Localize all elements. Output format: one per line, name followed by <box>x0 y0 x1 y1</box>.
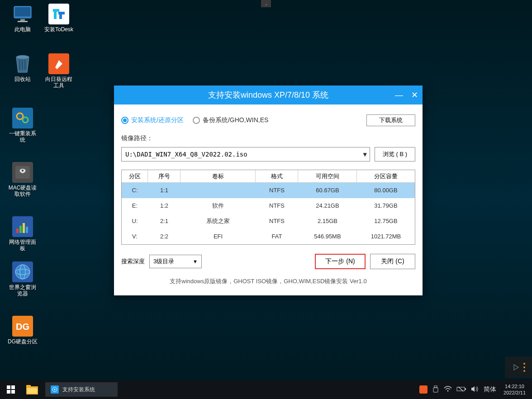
th-total[interactable]: 分区容量 <box>357 170 415 182</box>
speaker-icon[interactable] <box>471 385 479 394</box>
svg-rect-21 <box>7 385 10 389</box>
svg-rect-15 <box>26 227 28 233</box>
table-row[interactable]: U:2:1系统之家NTFS2.15GB12.75GB <box>122 214 415 229</box>
chevron-down-icon: ▼ <box>193 259 198 264</box>
desktop-icon-label: 此电脑 <box>7 26 38 33</box>
svg-rect-2 <box>20 19 25 21</box>
svg-rect-1 <box>15 7 30 16</box>
taskbar-app-label: 支持安装系统 <box>62 386 95 394</box>
svg-rect-22 <box>11 385 15 389</box>
table-row[interactable]: E:1:2软件NTFS24.21GB31.79GB <box>122 198 415 214</box>
table-header: 分区 序号 卷标 格式 可用空间 分区容量 <box>122 170 415 183</box>
tray-widget[interactable] <box>505 356 532 378</box>
radio-backup[interactable]: 备份系统/GHO,WIN,ES <box>193 116 268 124</box>
desktop-icon-onekey[interactable]: 一键重装系统 <box>7 108 38 143</box>
cell-num: 2:1 <box>148 214 180 229</box>
th-partition[interactable]: 分区 <box>122 170 148 182</box>
svg-point-8 <box>17 113 23 119</box>
radio-install[interactable]: 安装系统/还原分区 <box>121 116 184 124</box>
desktop-icon-netmgr[interactable]: 网络管理面板 <box>7 216 38 252</box>
onekey-icon <box>12 108 33 128</box>
th-label[interactable]: 卷标 <box>180 170 256 182</box>
cell-num: 1:2 <box>148 198 180 214</box>
cell-drive: C: <box>122 183 148 198</box>
desktop-icon-this-pc[interactable]: 此电脑 <box>7 4 38 33</box>
svg-rect-23 <box>7 390 10 394</box>
desktop-icon-browser[interactable]: 世界之窗浏览器 <box>7 261 38 297</box>
radio-unchecked-icon <box>193 117 200 124</box>
browse-button[interactable]: 浏览 ( B ) <box>375 147 415 162</box>
explorer-button[interactable] <box>22 380 43 399</box>
ime-indicator[interactable]: 简体 <box>484 385 496 394</box>
cell-num: 2:2 <box>148 229 180 244</box>
cancel-button[interactable]: 关闭 (C) <box>370 254 415 269</box>
svg-point-11 <box>22 170 24 171</box>
taskbar-app-installer[interactable]: 支持安装系统 <box>45 382 118 397</box>
svg-rect-5 <box>19 60 20 70</box>
dialog-title: 支持安装windows XP/7/8/10 系统 <box>208 90 328 100</box>
svg-rect-34 <box>465 388 466 390</box>
cell-total: 1021.72MB <box>357 229 415 244</box>
search-depth-label: 搜索深度 <box>121 257 145 266</box>
svg-rect-13 <box>19 226 22 233</box>
cell-total: 31.79GB <box>357 198 415 214</box>
search-depth-select[interactable]: 3级目录 ▼ <box>149 255 202 268</box>
desktop-icon-sunflower[interactable]: 向日葵远程工具 <box>43 53 75 89</box>
svg-point-32 <box>447 390 449 391</box>
cell-total: 80.00GB <box>357 183 415 198</box>
desktop-icon-mac-disk[interactable]: MAC硬盘读取软件 <box>7 162 38 197</box>
desktop-icon-todesk[interactable]: 安装ToDesk <box>43 4 75 33</box>
svg-point-4 <box>16 55 29 59</box>
svg-rect-30 <box>434 386 437 388</box>
minimize-button[interactable]: — <box>394 90 404 100</box>
desktop-icon-label: DG硬盘分区 <box>7 338 38 345</box>
desktop-icon-label: 一键重装系统 <box>7 130 38 143</box>
desktop-icon-label: 网络管理面板 <box>7 239 38 252</box>
cell-free: 2.15GB <box>298 214 357 229</box>
mac-disk-icon <box>12 162 33 183</box>
desktop-icon-dg[interactable]: DGDG硬盘分区 <box>7 316 38 345</box>
table-row[interactable]: C:1:1NTFS60.67GB80.00GB <box>122 183 415 198</box>
this-pc-icon <box>12 4 33 24</box>
cell-total: 12.75GB <box>357 214 415 229</box>
dg-icon: DG <box>12 316 33 337</box>
chevron-down-icon[interactable]: ▼ <box>363 151 367 158</box>
close-icon[interactable]: ✕ <box>410 90 419 100</box>
cell-num: 1:1 <box>148 183 180 198</box>
battery-icon[interactable] <box>456 386 466 394</box>
gear-icon <box>51 385 59 394</box>
cell-label: 系统之家 <box>180 214 256 229</box>
clock-time: 14:22:10 <box>504 383 526 390</box>
recycle-icon <box>12 53 33 74</box>
path-input[interactable]: U:\DADI_WIN7_X64_Q8_V2022.02.iso ▼ <box>121 147 370 162</box>
svg-rect-14 <box>23 223 25 233</box>
dialog-titlebar[interactable]: 支持安装windows XP/7/8/10 系统 — ✕ <box>114 86 423 104</box>
desktop-icon-label: 安装ToDesk <box>43 26 75 33</box>
svg-rect-6 <box>22 60 23 70</box>
download-button[interactable]: 下载系统 <box>366 114 415 126</box>
depth-value: 3级目录 <box>153 257 174 266</box>
svg-point-29 <box>54 389 56 390</box>
radio-install-label: 安装系统/还原分区 <box>131 116 184 124</box>
th-format[interactable]: 格式 <box>256 170 298 182</box>
desktop-icon-label: MAC硬盘读取软件 <box>7 185 38 197</box>
clock[interactable]: 14:22:10 2022/2/11 <box>501 383 528 396</box>
desktop-icon-recycle[interactable]: 回收站 <box>7 53 38 82</box>
th-free[interactable]: 可用空间 <box>298 170 357 182</box>
svg-rect-7 <box>24 60 26 70</box>
cell-label: 软件 <box>180 198 256 214</box>
next-button[interactable]: 下一步 (N) <box>315 254 366 269</box>
svg-point-9 <box>23 117 28 123</box>
usb-icon[interactable] <box>432 385 439 394</box>
installer-dialog: 支持安装windows XP/7/8/10 系统 — ✕ 安装系统/还原分区 备… <box>114 86 423 295</box>
cell-format: NTFS <box>256 198 298 214</box>
table-row[interactable]: V:2:2EFIFAT546.95MB1021.72MB <box>122 229 415 244</box>
start-button[interactable] <box>0 380 22 399</box>
tray-app-icon[interactable] <box>419 385 428 394</box>
cell-format: NTFS <box>256 183 298 198</box>
cell-drive: V: <box>122 229 148 244</box>
wifi-icon[interactable] <box>444 385 452 394</box>
th-number[interactable]: 序号 <box>148 170 180 182</box>
radio-backup-label: 备份系统/GHO,WIN,ES <box>203 116 268 124</box>
desktop-icon-label: 向日葵远程工具 <box>43 76 75 89</box>
